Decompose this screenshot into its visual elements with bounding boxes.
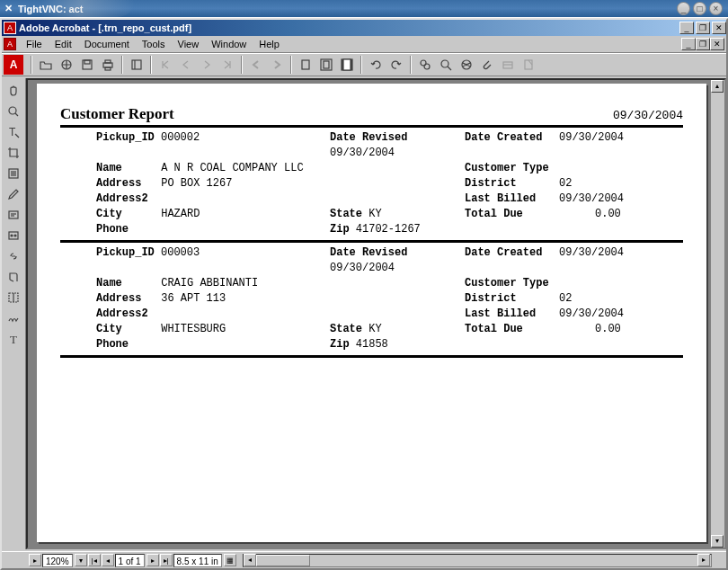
pickup-id-value: 000002	[161, 131, 200, 144]
zoom-tool-button[interactable]	[4, 101, 24, 121]
menu-document[interactable]: Document	[78, 37, 136, 51]
accessibility-button[interactable]	[519, 55, 538, 75]
vnc-maximize-button[interactable]: □	[693, 2, 706, 15]
touchup-tool-button[interactable]	[4, 287, 24, 307]
status-first-page-button[interactable]: |◂	[88, 554, 101, 566]
prev-page-button[interactable]	[176, 55, 196, 75]
svg-rect-28	[9, 211, 18, 218]
page-size: 8.5 x 11 in	[173, 554, 222, 567]
next-page-button[interactable]	[197, 55, 217, 75]
next-view-button[interactable]	[267, 55, 287, 75]
horizontal-scrollbar[interactable]: ◂ ▸	[243, 554, 712, 567]
article-tool-button[interactable]	[4, 163, 24, 183]
form-tool-button[interactable]	[4, 266, 24, 287]
webcapture-button[interactable]	[457, 55, 476, 75]
rotate-ccw-button[interactable]	[366, 55, 386, 75]
first-page-button[interactable]	[155, 55, 175, 75]
vnc-minimize-button[interactable]: _	[677, 2, 690, 15]
state-value: KY	[368, 323, 381, 335]
movie-tool-button[interactable]	[4, 225, 24, 245]
scan-button[interactable]	[498, 55, 518, 75]
svg-point-15	[441, 60, 448, 67]
svg-rect-2	[84, 60, 90, 64]
svg-point-33	[14, 235, 16, 236]
save-button[interactable]	[77, 55, 97, 75]
hand-tool-button[interactable]	[4, 80, 24, 101]
svg-text:T: T	[9, 126, 16, 138]
vnc-close-button[interactable]: ×	[709, 2, 723, 15]
report-content: Customer Report 09/30/2004 Pickup_ID 000…	[37, 84, 706, 379]
menubar: A File Edit Document Tools View Window H…	[2, 36, 726, 53]
svg-line-16	[448, 67, 451, 70]
menu-view[interactable]: View	[172, 37, 206, 51]
menu-file[interactable]: File	[20, 37, 49, 51]
district-value: 02	[559, 291, 572, 307]
mdi-restore-button[interactable]: ❐	[696, 38, 710, 50]
window-minimize-button[interactable]: _	[679, 22, 694, 34]
vertical-scrollbar[interactable]: ▴ ▾	[710, 80, 724, 548]
scroll-up-button[interactable]: ▴	[711, 80, 724, 93]
show-navigation-pane-button[interactable]	[127, 55, 146, 75]
fit-width-button[interactable]	[337, 55, 357, 75]
mdi-close-button[interactable]: ✕	[710, 38, 724, 50]
date-created-value: 09/30/2004	[559, 245, 624, 276]
acrobat-title: Adobe Acrobat - [.trn_repo_cust.pdf]	[19, 22, 191, 33]
report-title: Customer Report	[60, 105, 174, 123]
page-indicator[interactable]: 1 of 1	[115, 554, 145, 567]
page-layout-button[interactable]: ▦	[224, 554, 236, 566]
scroll-down-button[interactable]: ▾	[711, 535, 724, 548]
touchup-text-tool-button[interactable]: T	[4, 328, 24, 349]
last-page-button[interactable]	[218, 55, 237, 75]
link-tool-button[interactable]	[4, 245, 24, 266]
total-due-value: 0.00	[595, 207, 621, 222]
acrobat-app-icon: A	[4, 22, 16, 34]
zoom-level[interactable]: 120%	[42, 554, 73, 567]
rotate-cw-button[interactable]	[386, 55, 406, 75]
document-icon[interactable]: A	[4, 38, 16, 50]
menu-edit[interactable]: Edit	[49, 37, 78, 51]
prev-view-button[interactable]	[246, 55, 266, 75]
fit-window-button[interactable]	[316, 55, 336, 75]
vnc-sys-icon: ✕	[0, 3, 16, 14]
open-web-button[interactable]	[57, 55, 76, 75]
text-select-tool-button[interactable]: T	[4, 121, 24, 142]
address-value: 36 APT 113	[161, 292, 226, 305]
scroll-right-button[interactable]: ▸	[697, 554, 710, 566]
status-prev-page-button[interactable]: ◂	[102, 554, 114, 566]
svg-rect-4	[105, 60, 111, 63]
district-value: 02	[559, 176, 572, 191]
scroll-left-button[interactable]: ◂	[244, 554, 256, 566]
scroll-thumb[interactable]	[256, 555, 310, 566]
pdf-page: Customer Report 09/30/2004 Pickup_ID 000…	[37, 84, 706, 542]
menu-window[interactable]: Window	[205, 37, 253, 51]
mdi-minimize-button[interactable]: _	[681, 38, 696, 50]
statusbar: ▸ 120% ▾ |◂ ◂ 1 of 1 ▸ ▸| 8.5 x 11 in ▦ …	[2, 551, 726, 568]
address-value: PO BOX 1267	[161, 177, 232, 190]
zoom-dropdown-button[interactable]: ▾	[75, 554, 87, 566]
window-close-button[interactable]: ✕	[712, 22, 726, 34]
menu-help[interactable]: Help	[253, 37, 286, 51]
report-date: 09/30/2004	[613, 109, 683, 122]
paperclip-button[interactable]	[477, 55, 497, 75]
search-button[interactable]	[436, 55, 456, 75]
zoom-menu-button[interactable]: ▸	[29, 554, 41, 566]
svg-point-32	[11, 235, 13, 236]
open-button[interactable]	[36, 55, 56, 75]
status-last-page-button[interactable]: ▸|	[160, 554, 173, 566]
note-tool-button[interactable]	[4, 204, 24, 225]
find-button[interactable]	[415, 55, 435, 75]
svg-rect-12	[343, 59, 351, 70]
pencil-tool-button[interactable]	[4, 183, 24, 204]
side-toolbar: T T	[2, 78, 26, 549]
name-value: CRAIG ABBINANTI	[161, 277, 258, 289]
menu-tools[interactable]: Tools	[136, 37, 172, 51]
actual-size-button[interactable]	[296, 55, 315, 75]
print-button[interactable]	[98, 55, 118, 75]
status-next-page-button[interactable]: ▸	[146, 554, 159, 566]
date-revised-value: 09/30/2004	[330, 147, 395, 159]
report-record: Pickup_ID 000003Date Revised 09/30/2004D…	[60, 243, 683, 358]
crop-tool-button[interactable]	[4, 142, 24, 163]
window-restore-button[interactable]: ❐	[696, 22, 710, 34]
signature-tool-button[interactable]	[4, 307, 24, 328]
state-value: KY	[368, 208, 381, 220]
